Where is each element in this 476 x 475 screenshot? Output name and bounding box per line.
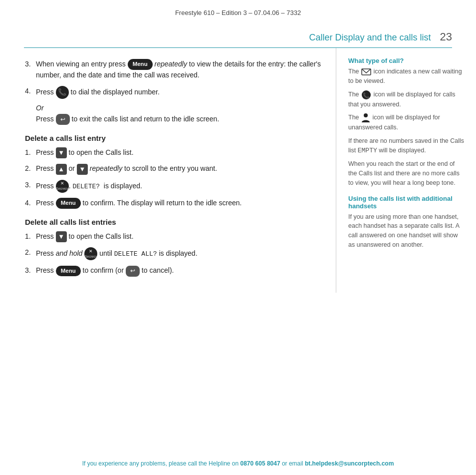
section1-heading: Delete a calls list entry [25,134,322,142]
right-column: What type of call? The icon indicates a … [336,48,476,293]
down-arrow-button: ▼ [56,147,67,158]
or-paragraph: Or Press ↩ to exit the calls list and re… [36,104,322,125]
delete-step-4: 4. Press Menu to confirm. The display wi… [25,198,322,209]
page-number: 23 [440,30,452,43]
envelope-svg-icon [361,68,371,75]
page-header: Freestyle 610 – Edition 3 – 07.04.06 – 7… [0,0,476,21]
right-para-2: The 📞 icon will be displayed for calls t… [348,90,465,109]
phone-answered-svg-icon: 📞 [361,90,371,100]
step-3-body: When viewing an entry press Menu repeate… [36,59,322,81]
title-bar: Caller Display and the calls list 23 [0,21,476,47]
secrecy-button-icon: ✕ Secrecy [56,180,69,193]
call-button-icon: 📞 [56,86,69,99]
down-arrow-button-2: ▼ [77,164,88,175]
down-arrow-button-3: ▼ [56,231,67,242]
step-3: 3. When viewing an entry press Menu repe… [25,59,322,81]
right-para-4: If there are no numbers saved in the Cal… [348,136,465,155]
step-4-body: Press 📞 to dial the displayed number. [36,86,322,99]
section2-heading: Delete all calls list entries [25,218,322,226]
menu-button-icon: Menu [128,59,153,70]
header-text: Freestyle 610 – Edition 3 – 07.04.06 – 7… [175,9,301,16]
footer-text1: If you experience any problems, please c… [82,460,240,467]
right-section2-para: If you are using more than one handset, … [348,212,465,250]
delete-all-step-1-num: 1. [25,231,36,242]
delete-step-1: 1. Press ▼ to open the Calls list. [25,147,322,158]
delete-all-step-2-body: Press and hold ✕ Secrecy until DELETE AL… [36,247,322,260]
delete-all-step-2: 2. Press and hold ✕ Secrecy until DELETE… [25,247,322,260]
delete-step-1-body: Press ▼ to open the Calls list. [36,147,322,158]
delete-all-step-1: 1. Press ▼ to open the Calls list. [25,231,322,242]
delete-all-step-3-num: 3. [25,265,36,276]
left-column: 3. When viewing an entry press Menu repe… [0,48,336,293]
empty-display-text: EMPTY [358,147,377,154]
delete-step-4-num: 4. [25,198,36,209]
svg-point-3 [364,113,368,117]
delete-all-step-1-body: Press ▼ to open the Calls list. [36,231,322,242]
exit-button-icon-2: ↩ [126,266,140,277]
right-para-1: The icon indicates a new call waiting to… [348,67,465,86]
right-para-3: The icon will be displayed for unanswere… [348,113,465,132]
menu-button-icon-3: Menu [56,266,81,277]
footer-text2: or email [280,460,305,467]
or-word: Or [36,104,322,112]
right-para-5: When you reach the start or the end of t… [348,159,465,187]
delete-step-3: 3. Press ✕ Secrecy . DELETE? is displaye… [25,180,322,193]
delete-step-4-body: Press Menu to confirm. The display will … [36,198,322,209]
secrecy-label-2: Secrecy [85,255,97,258]
main-content: 3. When viewing an entry press Menu repe… [0,48,476,293]
delete-step-2: 2. Press ▲ or ▼ repeatedly to scroll to … [25,163,322,174]
delete-all-step-2-num: 2. [25,247,36,260]
cross-symbol-2: ✕ [89,249,93,254]
cross-symbol: ✕ [60,181,64,186]
person-svg-icon [361,113,370,123]
section-title: Caller Display and the calls list [309,32,431,43]
delete-all-step-3-body: Press Menu to confirm (or ↩ to cancel). [36,265,322,276]
svg-text:📞: 📞 [363,92,370,99]
right-section1-heading: What type of call? [348,57,465,64]
delete-all-step-3: 3. Press Menu to confirm (or ↩ to cancel… [25,265,322,276]
secrecy-button-icon-2: ✕ Secrecy [84,247,97,260]
delete-display-text: DELETE? [72,182,100,190]
step-4-num: 4. [25,86,36,99]
delete-step-2-body: Press ▲ or ▼ repeatedly to scroll to the… [36,163,322,174]
exit-button-icon: ↩ [56,114,70,125]
delete-step-3-body: Press ✕ Secrecy . DELETE? is displayed. [36,180,322,193]
menu-button-icon-2: Menu [56,198,81,209]
delete-step-1-num: 1. [25,147,36,158]
delete-step-2-num: 2. [25,163,36,174]
footer-phone[interactable]: 0870 605 8047 [240,460,280,467]
delete-all-display-text: DELETE ALL? [114,250,157,258]
right-section2-heading: Using the calls list with additional han… [348,195,465,210]
step-3-num: 3. [25,59,36,81]
step-4: 4. Press 📞 to dial the displayed number. [25,86,322,99]
up-arrow-button: ▲ [56,164,67,175]
or-text: Press ↩ to exit the calls list and retur… [36,114,322,125]
delete-step-3-num: 3. [25,180,36,193]
secrecy-label: Secrecy [56,187,68,190]
page-footer: If you experience any problems, please c… [0,453,476,475]
footer-email[interactable]: bt.helpdesk@suncorptech.com [305,460,394,467]
